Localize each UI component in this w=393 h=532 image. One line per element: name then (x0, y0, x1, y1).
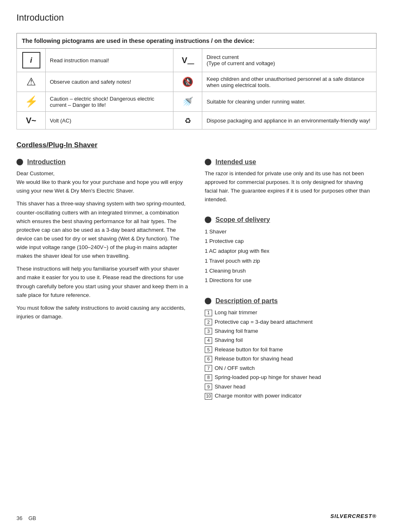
picto-icon-1a: i (17, 49, 46, 72)
table-row: V~ Volt (AC) ♻ Dispose packaging and app… (17, 112, 377, 129)
list-item: 1 Travel pouch with zip (205, 256, 377, 266)
picto-text-4a: Volt (AC) (46, 112, 173, 129)
picto-icon-3b: 🚿 (173, 92, 202, 112)
picto-text-2b: Keep children and other unauthorised per… (202, 72, 377, 92)
scope-list: 1 Shaver 1 Protective cap 1 AC adaptor p… (205, 227, 377, 286)
intended-use-heading: Intended use (215, 158, 256, 166)
pictogram-table: The following pictograms are used in the… (16, 33, 377, 129)
list-item: 2 Protective cap = 3-day beard attachmen… (205, 318, 377, 327)
introduction-heading-row: Introduction (16, 158, 188, 166)
picto-text-3a: Caution – electric shock! Dangerous elec… (46, 92, 173, 112)
intro-para-3: These instructions will help you familia… (16, 264, 188, 299)
page-footer: 36 GB SILVERCREST® (0, 513, 393, 524)
picto-icon-1b: V⎯⎯ (173, 49, 202, 72)
bullet-circle-intro (16, 159, 23, 165)
list-item: 9 Shaver head (205, 382, 377, 391)
picto-text-1a: Read instruction manual! (46, 49, 173, 72)
list-item: 1 Long hair trimmer (205, 308, 377, 317)
list-item: 1 Directions for use (205, 275, 377, 285)
parts-heading-row: Description of parts (205, 297, 377, 305)
two-column-layout: Introduction Dear Customer, We would lik… (16, 158, 377, 400)
bullet-circle-intended (205, 159, 211, 165)
table-row: i Read instruction manual! V⎯⎯ Direct cu… (17, 49, 377, 72)
introduction-heading: Introduction (27, 158, 66, 166)
list-item: 6 Release button for shaving head (205, 354, 377, 363)
scope-heading-row: Scope of delivery (205, 216, 377, 224)
intended-use-heading-row: Intended use (205, 158, 377, 166)
picto-text-1b: Direct current(Type of current and volta… (202, 49, 377, 72)
product-title: Cordless/Plug-In Shaver (16, 141, 377, 149)
left-column: Introduction Dear Customer, We would lik… (16, 158, 188, 400)
picto-icon-2a: ⚠ (17, 72, 46, 92)
picto-text-3b: Suitable for cleaning under running wate… (202, 92, 377, 112)
picto-text-2a: Observe caution and safety notes! (46, 72, 173, 92)
parts-list: 1 Long hair trimmer 2 Protective cap = 3… (205, 308, 377, 400)
parts-heading: Description of parts (215, 297, 278, 305)
intro-para-2: This shaver has a three-way shaving syst… (16, 199, 188, 260)
table-row: ⚠ Observe caution and safety notes! 🚷 Ke… (17, 72, 377, 92)
brand-logo: SILVERCREST® (330, 513, 377, 524)
list-item: 5 Release button for foil frame (205, 345, 377, 354)
picto-icon-4a: V~ (17, 112, 46, 129)
list-item: 1 AC adaptor plug with flex (205, 246, 377, 256)
picto-icon-4b: ♻ (173, 112, 202, 129)
page-title: Introduction (16, 12, 377, 26)
bullet-circle-parts (205, 298, 211, 304)
bullet-circle-scope (205, 217, 211, 223)
intended-use-text: The razor is intended for private use on… (205, 169, 377, 204)
picto-text-4b: Dispose packaging and appliance in an en… (202, 112, 377, 129)
list-item: 3 Shaving foil frame (205, 327, 377, 336)
picto-icon-3a: ⚡ (17, 92, 46, 112)
picto-icon-2b: 🚷 (173, 72, 202, 92)
footer-page-number: 36 GB (16, 515, 36, 521)
list-item: 1 Protective cap (205, 236, 377, 246)
scope-heading: Scope of delivery (215, 216, 270, 224)
list-item: 7 ON / OFF switch (205, 364, 377, 373)
page: Introduction The following pictograms ar… (0, 0, 393, 532)
intro-para-4: You must follow the safety instructions … (16, 304, 188, 321)
list-item: 10 Charge monitor with power indicator (205, 391, 377, 400)
list-item: 1 Shaver (205, 227, 377, 237)
table-row: ⚡ Caution – electric shock! Dangerous el… (17, 92, 377, 112)
intro-para-1: Dear Customer, We would like to thank yo… (16, 169, 188, 195)
right-column: Intended use The razor is intended for p… (205, 158, 377, 400)
list-item: 4 Shaving foil (205, 336, 377, 345)
picto-table-heading: The following pictograms are used in the… (17, 33, 377, 49)
list-item: 1 Cleaning brush (205, 266, 377, 276)
list-item: 8 Spring-loaded pop-up hinge for shaver … (205, 373, 377, 382)
